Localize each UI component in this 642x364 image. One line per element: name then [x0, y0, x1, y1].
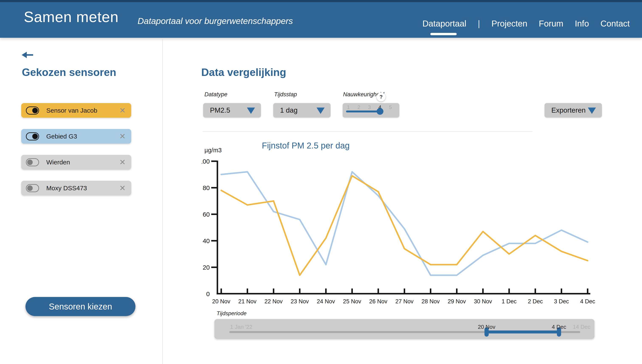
- svg-text:23 Nov: 23 Nov: [291, 298, 309, 304]
- page: Samen meten Dataportaal voor burgerweten…: [0, 0, 642, 364]
- export-label: Exporteren: [551, 103, 585, 118]
- accuracy-slider-knob[interactable]: [377, 108, 383, 115]
- sensor-label: Gebied G3: [46, 133, 77, 140]
- svg-text:100: 100: [202, 158, 210, 165]
- nav-divider: |: [478, 19, 480, 28]
- chevron-down-icon: [588, 108, 596, 114]
- y-axis-unit-label: µg/m3: [204, 147, 222, 154]
- chart-svg: 02040608010020 Nov21 Nov22 Nov23 Nov24 N…: [202, 155, 599, 310]
- export-dropdown[interactable]: Exporteren: [545, 103, 602, 118]
- app-title: Samen meten: [24, 8, 119, 26]
- section-separator: [203, 131, 532, 132]
- svg-text:27 Nov: 27 Nov: [395, 298, 414, 304]
- svg-text:25 Nov: 25 Nov: [343, 298, 361, 304]
- toggle-switch[interactable]: [26, 158, 39, 166]
- page-title: Data vergelijking: [201, 66, 286, 78]
- accuracy-slider: 12345: [343, 103, 399, 118]
- datatype-label: Datatype: [204, 91, 227, 98]
- timeline-selected-range[interactable]: [487, 330, 559, 334]
- sensor-row: Gebied G3✕: [21, 129, 131, 144]
- sensor-label: Wierden: [46, 159, 70, 166]
- toggle-switch[interactable]: [26, 184, 39, 192]
- svg-text:80: 80: [203, 184, 210, 191]
- nav-item-projecten[interactable]: Projecten: [491, 19, 527, 28]
- svg-text:30 Nov: 30 Nov: [474, 298, 492, 304]
- svg-text:0: 0: [206, 290, 210, 298]
- accuracy-option[interactable]: 3: [367, 104, 372, 110]
- tijdsstap-label: Tijdsstap: [274, 91, 297, 98]
- main-nav: Dataportaal|ProjectenForumInfoContact: [423, 0, 630, 42]
- accuracy-option[interactable]: 5: [388, 104, 393, 110]
- close-icon[interactable]: ✕: [119, 107, 126, 114]
- back-arrow-icon[interactable]: [21, 51, 34, 60]
- header: Samen meten Dataportaal voor burgerweten…: [0, 0, 642, 38]
- sensor-label: Moxy DSS473: [46, 184, 87, 192]
- sensor-row: Wierden✕: [21, 155, 131, 170]
- chevron-down-icon: [247, 108, 255, 114]
- accuracy-option[interactable]: 1: [346, 104, 351, 110]
- tijdsstap-value: 1 dag: [280, 103, 298, 118]
- datatype-dropdown[interactable]: PM2.5: [203, 103, 261, 118]
- close-icon[interactable]: ✕: [119, 184, 126, 192]
- datatype-value: PM2.5: [210, 103, 230, 118]
- svg-text:2 Dec: 2 Dec: [528, 298, 543, 304]
- timeline-selected-end: 4 Dec: [544, 324, 574, 330]
- choose-sensors-button[interactable]: Sensoren kiezen: [26, 297, 135, 316]
- sidebar-title: Gekozen sensoren: [22, 66, 116, 78]
- svg-text:24 Nov: 24 Nov: [317, 298, 335, 304]
- svg-text:20 Nov: 20 Nov: [212, 298, 230, 304]
- svg-text:22 Nov: 22 Nov: [264, 298, 283, 304]
- accuracy-option[interactable]: 2: [357, 104, 361, 110]
- tijdsstap-dropdown[interactable]: 1 dag: [273, 103, 331, 118]
- svg-text:20: 20: [203, 264, 210, 271]
- svg-text:3 Dec: 3 Dec: [554, 298, 569, 304]
- app-subtitle: Dataportaal voor burgerwetenschappers: [138, 16, 293, 26]
- timeline-selected-start: 20 Nov: [472, 324, 501, 330]
- sidebar-divider: [162, 38, 163, 364]
- timeline-range-end: 14 Dec: [573, 324, 590, 330]
- timeline-range-start: 1 Jan '22: [230, 324, 252, 330]
- close-icon[interactable]: ✕: [119, 158, 126, 166]
- nav-item-forum[interactable]: Forum: [539, 19, 563, 28]
- chevron-down-icon: [316, 108, 325, 114]
- svg-text:40: 40: [203, 237, 210, 244]
- sensor-row: Moxy DSS473✕: [21, 181, 131, 195]
- svg-text:21 Nov: 21 Nov: [238, 298, 257, 304]
- svg-text:60: 60: [203, 211, 210, 218]
- timeline-panel: 1 Jan '22 20 Nov 4 Dec 14 Dec: [214, 319, 594, 339]
- toggle-switch[interactable]: [26, 132, 39, 140]
- svg-text:4 Dec: 4 Dec: [580, 298, 595, 304]
- toggle-knob: [27, 160, 33, 165]
- accuracy-ticks: 12345: [346, 104, 393, 110]
- svg-text:26 Nov: 26 Nov: [369, 298, 388, 304]
- svg-text:28 Nov: 28 Nov: [421, 298, 440, 304]
- sensor-list: Sensor van Jacob✕Gebied G3✕Wierden✕Moxy …: [21, 103, 131, 206]
- toggle-knob: [27, 186, 33, 191]
- nav-item-contact[interactable]: Contact: [600, 19, 630, 28]
- close-icon[interactable]: ✕: [119, 132, 126, 140]
- nav-item-info[interactable]: Info: [575, 19, 589, 28]
- timeline-label: Tijdsperiode: [217, 310, 246, 317]
- svg-text:1 Dec: 1 Dec: [502, 298, 517, 304]
- accuracy-slider-track[interactable]: [346, 110, 380, 112]
- help-icon[interactable]: ?: [377, 92, 386, 102]
- toggle-knob: [32, 108, 38, 113]
- chart-title: Fijnstof PM 2.5 per dag: [221, 141, 391, 150]
- toggle-knob: [32, 134, 38, 139]
- sensor-row: Sensor van Jacob✕: [21, 103, 131, 118]
- sensor-label: Sensor van Jacob: [46, 107, 97, 114]
- svg-text:29 Nov: 29 Nov: [448, 298, 466, 304]
- nav-item-dataportaal[interactable]: Dataportaal: [423, 19, 466, 28]
- toggle-switch[interactable]: [26, 106, 39, 114]
